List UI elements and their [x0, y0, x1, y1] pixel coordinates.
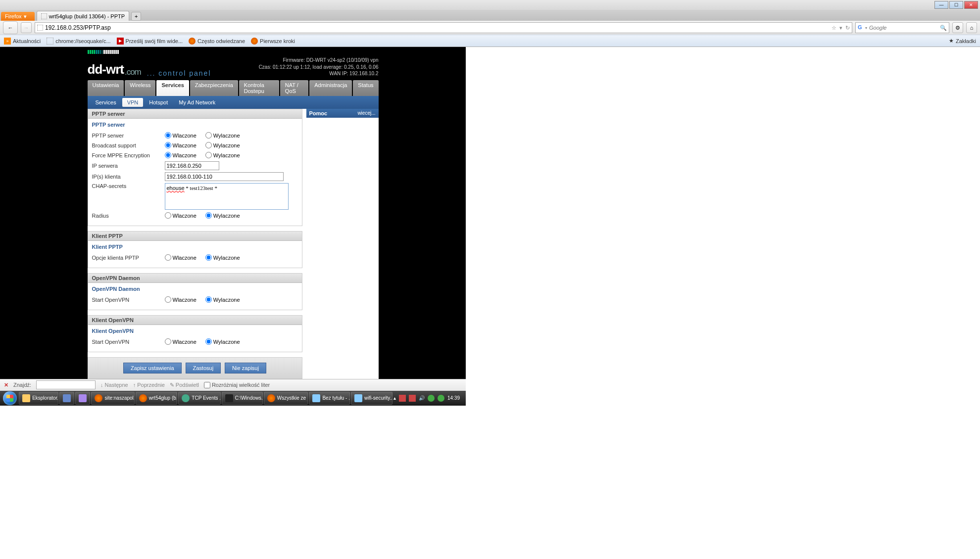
ip-client-input[interactable]: [165, 172, 284, 181]
window-maximize-button[interactable]: ☐: [949, 1, 963, 9]
cancel-button[interactable]: Nie zapisuj: [225, 363, 266, 373]
tray-icon[interactable]: [428, 395, 435, 402]
tab-bar: Firefox ▾ wrt54glup (build 13064) - PPTP…: [0, 10, 980, 21]
taskbar-item[interactable]: site:naszapol...: [91, 392, 134, 405]
new-tab-button[interactable]: +: [131, 12, 141, 21]
nav-toolbar: ← → ☆ ▾ ↻ G ▾ 🔍 ⚙ ⌂: [0, 21, 980, 35]
find-next-button[interactable]: ↓Następne: [100, 382, 128, 388]
google-icon: G: [858, 24, 863, 31]
tray-show-hidden-icon[interactable]: ▴: [393, 395, 396, 401]
radius-enable-radio[interactable]: [165, 212, 171, 219]
find-matchcase-checkbox[interactable]: [204, 382, 210, 388]
mppe-disable-radio[interactable]: [205, 152, 212, 158]
label-pptp-client-options: Opcje klienta PPTP: [92, 255, 165, 261]
mppe-enable-radio[interactable]: [165, 152, 171, 158]
subtab-ad-network[interactable]: My Ad Network: [174, 98, 220, 107]
taskbar-item[interactable]: wrt54glup (b...: [136, 392, 178, 405]
pptp-server-disable-radio[interactable]: [205, 132, 212, 139]
label-radius: Radius: [92, 213, 165, 219]
bookmark-item[interactable]: Często odwiedzane: [189, 38, 245, 45]
openvpn-daemon-panel: OpenVPN Daemon OpenVPN Daemon Start Open…: [88, 273, 302, 310]
pptp-server-enable-radio[interactable]: [165, 132, 171, 139]
firefox-icon: [267, 394, 275, 402]
window-minimize-button[interactable]: —: [934, 1, 948, 9]
apply-button[interactable]: Zastosuj: [186, 363, 221, 373]
rss-icon: »: [4, 38, 11, 45]
find-input[interactable]: [36, 380, 96, 389]
tray-icon[interactable]: [438, 395, 444, 402]
tab-services[interactable]: Services: [156, 80, 189, 96]
tab-administracja[interactable]: Administracja: [309, 80, 352, 96]
home-button[interactable]: ⌂: [966, 22, 977, 33]
help-more-link[interactable]: wiecej...: [357, 110, 375, 116]
action-button-row: Zapisz ustawienia Zastosuj Nie zapisuj: [88, 357, 302, 379]
back-button[interactable]: ←: [3, 21, 18, 34]
firefox-app-button[interactable]: Firefox ▾: [1, 12, 35, 21]
search-input[interactable]: [869, 25, 938, 31]
taskbar-item[interactable]: wifi-security....: [351, 392, 392, 405]
openvpn-client-enable-radio[interactable]: [165, 338, 171, 345]
tab-ustawienia[interactable]: Ustawienia: [88, 80, 124, 96]
taskbar-item[interactable]: C:\Windows...: [222, 392, 263, 405]
bookmarks-toolbar: »Aktualności chrome://seoquake/c... ▶Prz…: [0, 35, 980, 47]
subtab-services[interactable]: Services: [91, 98, 121, 107]
tray-clock[interactable]: 14:39: [447, 395, 460, 401]
search-icon[interactable]: 🔍: [940, 25, 947, 31]
forward-button[interactable]: →: [21, 22, 32, 33]
panel-subtitle: OpenVPN Daemon: [88, 283, 302, 294]
url-bar[interactable]: ☆ ▾ ↻: [35, 22, 852, 33]
chevron-down-icon[interactable]: ▾: [839, 25, 842, 31]
bookmarks-menu-button[interactable]: ★Zakładki: [949, 38, 976, 44]
bookmark-item[interactable]: ▶Prześlij swój film wide...: [117, 38, 183, 45]
paint-icon: [312, 394, 320, 402]
tab-status[interactable]: Status: [353, 80, 378, 96]
addons-button[interactable]: ⚙: [952, 22, 963, 33]
taskbar-item[interactable]: Wszystkie ze ...: [264, 392, 308, 405]
chap-secrets-textarea[interactable]: ehouse * test123test *: [165, 183, 289, 210]
tray-volume-icon[interactable]: 🔊: [419, 395, 425, 401]
tab-wireless[interactable]: Wireless: [125, 80, 155, 96]
star-icon[interactable]: ☆: [832, 25, 836, 31]
pptp-client-disable-radio[interactable]: [205, 254, 212, 261]
tab-nat-qos[interactable]: NAT / QoS: [280, 80, 308, 96]
chevron-down-icon[interactable]: ▾: [865, 26, 867, 30]
reload-icon[interactable]: ↻: [845, 25, 850, 31]
start-button[interactable]: [2, 391, 18, 405]
find-label: Znajdź:: [13, 382, 31, 388]
bookmark-item[interactable]: chrome://seoquake/c...: [47, 38, 110, 45]
main-nav-tabs: Ustawienia Wireless Services Zabezpiecze…: [88, 80, 379, 96]
find-prev-button[interactable]: ↑Poprzednie: [133, 382, 165, 388]
ip-server-input[interactable]: [165, 161, 219, 170]
radius-disable-radio[interactable]: [205, 212, 212, 219]
tray-icon[interactable]: [399, 395, 406, 402]
openvpn-daemon-disable-radio[interactable]: [205, 296, 212, 303]
bookmark-item[interactable]: Pierwsze kroki: [251, 38, 295, 45]
tab-kontrola-dostepu[interactable]: Kontrola Dostepu: [239, 80, 279, 96]
bookmark-item[interactable]: »Aktualności: [4, 38, 41, 45]
subtab-vpn[interactable]: VPN: [122, 98, 144, 107]
url-input[interactable]: [45, 24, 830, 31]
taskbar-item[interactable]: [59, 392, 74, 405]
bookmark-icon: [47, 38, 53, 45]
taskbar-item[interactable]: Bez tytułu - ...: [309, 392, 350, 405]
openvpn-daemon-enable-radio[interactable]: [165, 296, 171, 303]
firefox-label: Firefox: [5, 13, 22, 19]
tab-zabezpieczenia[interactable]: Zabezpieczenia: [190, 80, 238, 96]
search-bar[interactable]: G ▾ 🔍: [855, 22, 949, 33]
findbar-close-icon[interactable]: ✕: [4, 382, 8, 388]
broadcast-disable-radio[interactable]: [205, 142, 212, 148]
pptp-client-enable-radio[interactable]: [165, 254, 171, 261]
openvpn-client-disable-radio[interactable]: [205, 338, 212, 345]
find-highlight-button[interactable]: ✎Podświetl: [170, 382, 199, 388]
save-button[interactable]: Zapisz ustawienia: [123, 363, 181, 373]
browser-tab[interactable]: wrt54glup (build 13064) - PPTP: [37, 11, 129, 21]
firefox-icon: [189, 38, 196, 45]
taskbar-item[interactable]: [75, 392, 90, 405]
window-close-button[interactable]: ✕: [964, 1, 978, 9]
tray-icon[interactable]: [409, 395, 416, 402]
firmware-text: Firmware: DD-WRT v24-sp2 (10/10/09) vpn: [259, 57, 379, 64]
taskbar-item[interactable]: Eksplorator...: [19, 392, 58, 405]
broadcast-enable-radio[interactable]: [165, 142, 171, 148]
subtab-hotspot[interactable]: Hotspot: [144, 98, 173, 107]
taskbar-item[interactable]: TCP Events ...: [178, 392, 220, 405]
